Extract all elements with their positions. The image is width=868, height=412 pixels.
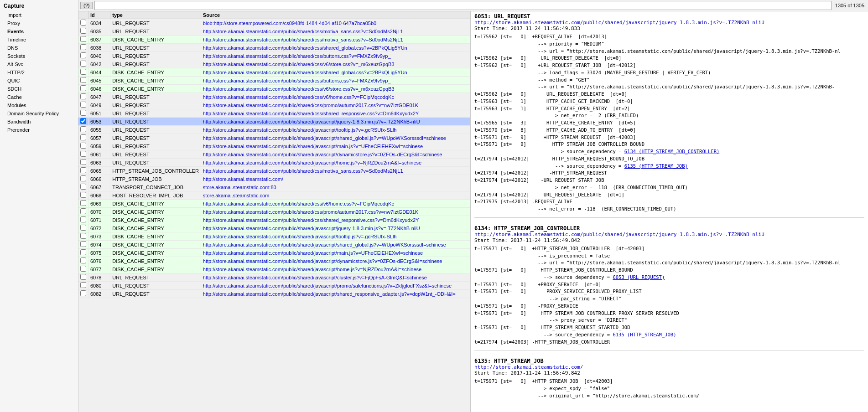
- row-checkbox-cell[interactable]: [78, 159, 88, 167]
- table-row[interactable]: 6065HTTP_STREAM_JOB_CONTROLLERhttp://sto…: [78, 167, 470, 175]
- detail-section-url[interactable]: http://store.akamai.steamstatic.com/publ…: [474, 232, 864, 237]
- row-checkbox[interactable]: [80, 200, 86, 206]
- row-source[interactable]: http://store.akamai.steamstatic.com/publ…: [201, 52, 470, 60]
- source-link[interactable]: http://store.akamai.steamstatic.com/publ…: [203, 201, 394, 206]
- sidebar-item-import[interactable]: Import: [0, 11, 78, 19]
- row-checkbox[interactable]: [80, 167, 86, 173]
- sidebar-item-bandwidth[interactable]: Bandwidth: [0, 118, 78, 126]
- source-link[interactable]: http://store.akamai.steamstatic.com/publ…: [203, 291, 456, 297]
- row-checkbox[interactable]: [80, 85, 86, 91]
- source-link[interactable]: http://store.akamai.steamstatic.com/publ…: [203, 37, 403, 42]
- table-row[interactable]: 6067TRANSPORT_CONNECT_JOBstore.akamai.st…: [78, 183, 470, 191]
- table-row[interactable]: 6034URL_REQUESTblob:http://store.steampo…: [78, 19, 470, 27]
- table-row[interactable]: 6080URL_REQUESThttp://store.akamai.steam…: [78, 282, 470, 290]
- sidebar-item-prerender[interactable]: Prerender: [0, 126, 78, 134]
- row-checkbox-cell[interactable]: [78, 216, 88, 224]
- source-dep-link[interactable]: 6053 (URL_REQUEST): [613, 274, 665, 280]
- row-checkbox[interactable]: [80, 143, 86, 149]
- table-row[interactable]: 6075DISK_CACHE_ENTRYhttp://store.akamai.…: [78, 249, 470, 257]
- row-source[interactable]: http://store.akamai.steamstatic.com/publ…: [201, 118, 470, 126]
- help-button[interactable]: (?): [80, 2, 93, 9]
- row-source[interactable]: http://store.akamai.steamstatic.com/publ…: [201, 142, 470, 150]
- source-link[interactable]: http://store.akamai.steamstatic.com/publ…: [203, 160, 421, 165]
- source-link[interactable]: http://store.akamai.steamstatic.com/publ…: [203, 111, 419, 116]
- row-source[interactable]: http://store.akamai.steamstatic.com/publ…: [201, 27, 470, 36]
- row-checkbox[interactable]: [80, 118, 86, 124]
- source-link[interactable]: http://store.akamai.steamstatic.com/publ…: [203, 267, 421, 272]
- row-checkbox-cell[interactable]: [78, 60, 88, 68]
- row-checkbox-cell[interactable]: [78, 126, 88, 134]
- sidebar-item-modules[interactable]: Modules: [0, 101, 78, 109]
- row-checkbox[interactable]: [80, 126, 86, 132]
- row-source[interactable]: http://store.akamai.steamstatic.com/publ…: [201, 200, 470, 208]
- row-checkbox-cell[interactable]: [78, 232, 88, 241]
- row-checkbox-cell[interactable]: [78, 191, 88, 200]
- row-checkbox-cell[interactable]: [78, 36, 88, 44]
- source-link[interactable]: http://store.akamai.steamstatic.com/publ…: [203, 53, 391, 59]
- row-checkbox[interactable]: [80, 282, 86, 288]
- row-checkbox[interactable]: [80, 28, 86, 34]
- source-dep-link[interactable]: 6135 (HTTP_STREAM_JOB): [624, 163, 688, 169]
- row-source[interactable]: store.akamai.steamstatic.com:80: [201, 183, 470, 191]
- row-checkbox-cell[interactable]: [78, 27, 88, 36]
- table-row[interactable]: 6073DISK_CACHE_ENTRYhttp://store.akamai.…: [78, 232, 470, 241]
- table-row[interactable]: 6068HOST_RESOLVER_IMPL_JOBstore.akamai.s…: [78, 191, 470, 200]
- row-checkbox-cell[interactable]: [78, 290, 88, 298]
- row-source[interactable]: http://store.akamai.steamstatic.com/publ…: [201, 290, 470, 298]
- row-source[interactable]: http://store.akamai.steamstatic.com/publ…: [201, 282, 470, 290]
- row-checkbox[interactable]: [80, 225, 86, 231]
- row-source[interactable]: http://store.akamai.steamstatic.com/publ…: [201, 265, 470, 273]
- source-link[interactable]: http://store.akamai.steamstatic.com/publ…: [203, 135, 446, 141]
- row-checkbox[interactable]: [80, 274, 86, 280]
- row-checkbox-cell[interactable]: [78, 282, 88, 290]
- source-link[interactable]: http://store.akamai.steamstatic.com/publ…: [203, 103, 418, 108]
- table-row[interactable]: 6037DISK_CACHE_ENTRYhttp://store.akamai.…: [78, 36, 470, 44]
- row-source[interactable]: http://store.akamai.steamstatic.com/: [201, 175, 470, 183]
- table-row[interactable]: 6074DISK_CACHE_ENTRYhttp://store.akamai.…: [78, 241, 470, 249]
- row-source[interactable]: http://store.akamai.steamstatic.com/publ…: [201, 36, 470, 44]
- source-link[interactable]: http://store.akamai.steamstatic.com/publ…: [203, 242, 446, 247]
- row-source[interactable]: http://store.akamai.steamstatic.com/publ…: [201, 134, 470, 142]
- source-link[interactable]: blob:http://store.steampowered.com/cs094…: [203, 21, 376, 26]
- source-link[interactable]: http://store.akamai.steamstatic.com/publ…: [203, 127, 397, 133]
- row-source[interactable]: http://store.akamai.steamstatic.com/publ…: [201, 208, 470, 216]
- source-dep-link[interactable]: 6134 (HTTP_STREAM_JOB_CONTROLLER): [624, 149, 720, 154]
- sidebar-item-sdch[interactable]: SDCH: [0, 85, 78, 93]
- sidebar-item-quic[interactable]: QUIC: [0, 77, 78, 85]
- row-source[interactable]: http://store.akamai.steamstatic.com/publ…: [201, 224, 470, 232]
- source-link[interactable]: http://store.akamai.steamstatic.com/publ…: [203, 152, 442, 157]
- source-link[interactable]: http://store.akamai.steamstatic.com/publ…: [203, 275, 427, 280]
- row-checkbox-cell[interactable]: [78, 109, 88, 118]
- source-link[interactable]: http://store.akamai.steamstatic.com/publ…: [203, 226, 420, 231]
- row-source[interactable]: store.akamai.steamstatic.com: [201, 191, 470, 200]
- row-checkbox[interactable]: [80, 44, 86, 50]
- sidebar-item-http2[interactable]: HTTP/2: [0, 68, 78, 77]
- col-header-source[interactable]: Source: [201, 11, 470, 19]
- table-row[interactable]: 6078URL_REQUESThttp://store.akamai.steam…: [78, 273, 470, 282]
- sidebar-item-timeline[interactable]: Timeline: [0, 36, 78, 44]
- row-source[interactable]: http://store.akamai.steamstatic.com/publ…: [201, 249, 470, 257]
- row-checkbox[interactable]: [80, 266, 86, 272]
- row-source[interactable]: http://store.akamai.steamstatic.com/publ…: [201, 126, 470, 134]
- row-checkbox[interactable]: [80, 77, 86, 83]
- source-link[interactable]: http://store.akamai.steamstatic.com/: [203, 176, 283, 182]
- row-source[interactable]: http://store.akamai.steamstatic.com/publ…: [201, 101, 470, 109]
- row-checkbox[interactable]: [80, 93, 86, 99]
- table-row[interactable]: 6053URL_REQUESThttp://store.akamai.steam…: [78, 118, 470, 126]
- table-row[interactable]: 6061URL_REQUESThttp://store.akamai.steam…: [78, 150, 470, 159]
- row-source[interactable]: http://store.akamai.steamstatic.com/publ…: [201, 77, 470, 85]
- table-row[interactable]: 6042URL_REQUESThttp://store.akamai.steam…: [78, 60, 470, 68]
- table-row[interactable]: 6066HTTP_STREAM_JOBhttp://store.akamai.s…: [78, 175, 470, 183]
- source-link[interactable]: http://store.akamai.steamstatic.com/publ…: [203, 70, 407, 75]
- source-link[interactable]: http://store.akamai.steamstatic.com/publ…: [203, 62, 395, 67]
- table-row[interactable]: 6071DISK_CACHE_ENTRYhttp://store.akamai.…: [78, 216, 470, 224]
- row-source[interactable]: http://store.akamai.steamstatic.com/publ…: [201, 44, 470, 52]
- row-source[interactable]: blob:http://store.steampowered.com/cs094…: [201, 19, 470, 27]
- sidebar-item-cache[interactable]: Cache: [0, 93, 78, 101]
- row-checkbox-cell[interactable]: [78, 175, 88, 183]
- source-link[interactable]: http://store.akamai.steamstatic.com/publ…: [203, 283, 452, 288]
- row-source[interactable]: http://store.akamai.steamstatic.com/publ…: [201, 109, 470, 118]
- row-checkbox-cell[interactable]: [78, 77, 88, 85]
- source-link[interactable]: http://store.akamai.steamstatic.com/publ…: [203, 168, 403, 174]
- row-checkbox-cell[interactable]: [78, 241, 88, 249]
